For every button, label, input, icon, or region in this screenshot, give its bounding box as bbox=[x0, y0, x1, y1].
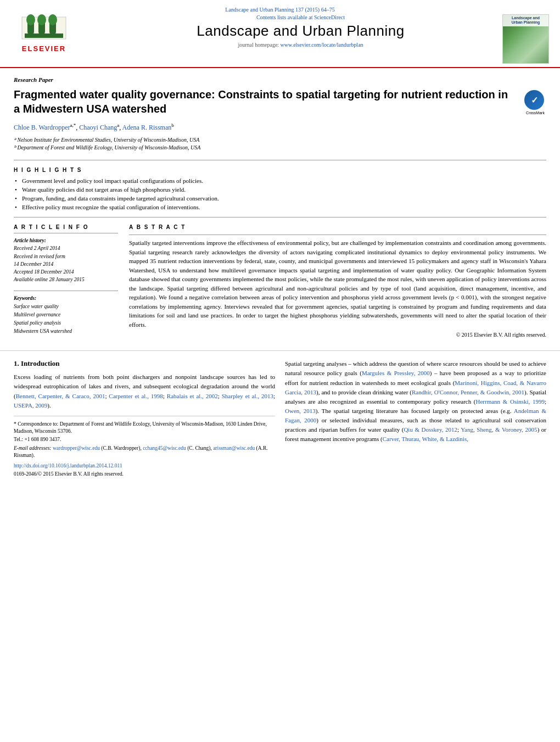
article-title-row: Fragmented water quality governance: Con… bbox=[14, 87, 546, 116]
intro-left-para1: Excess loading of nutrients from both po… bbox=[14, 372, 275, 410]
ref-yang[interactable]: Yang, Sheng, & Voroney, 2005 bbox=[461, 426, 537, 433]
accepted-date: Accepted 18 December 2014 bbox=[14, 268, 118, 276]
elsevier-wordmark: ELSEVIER bbox=[22, 44, 66, 53]
keyword-2: Multilevel governance bbox=[14, 311, 118, 319]
divider-2 bbox=[14, 217, 546, 217]
keyword-1: Surface water quality bbox=[14, 303, 118, 311]
ref-rabalais[interactable]: Rabalais et al., 2002 bbox=[167, 393, 218, 399]
sciencedirect-notice: Contents lists available at ScienceDirec… bbox=[110, 14, 491, 20]
journal-top-bar: ELSEVIER Contents lists available at Sci… bbox=[0, 14, 560, 67]
article-type-label: Research Paper bbox=[14, 76, 546, 83]
ref-andelman[interactable]: Andelman & Fagan, 2000 bbox=[285, 408, 546, 423]
journal-citation: Landscape and Urban Planning 137 (2015) … bbox=[225, 7, 334, 13]
authors-line: Chloe B. Wardroppera,*, Chaoyi Changa, A… bbox=[14, 122, 546, 132]
email-footnote: E-mail addresses: wardropper@wisc.edu (C… bbox=[14, 445, 275, 460]
elsevier-logo: ELSEVIER bbox=[11, 14, 77, 53]
keyword-3: Spatial policy analysis bbox=[14, 319, 118, 327]
svg-point-6 bbox=[37, 14, 46, 25]
doi-link[interactable]: http://dx.doi.org/10.1016/j.landurbplan.… bbox=[14, 463, 122, 468]
ref-qiu[interactable]: Qiu & Dosskey, 2012 bbox=[404, 426, 457, 433]
ref-sharpley[interactable]: Sharpley et al., 2013 bbox=[222, 393, 273, 399]
article-info-column: A R T I C L E I N F O Article history: R… bbox=[14, 224, 118, 342]
author-3-link[interactable]: Adena R. Rissman bbox=[122, 124, 172, 131]
ref-usepa[interactable]: USEPA, 2009 bbox=[14, 402, 47, 409]
keywords-list: Keywords: Surface water quality Multilev… bbox=[14, 294, 118, 336]
available-date: Available online 28 January 2015 bbox=[14, 276, 118, 283]
sciencedirect-link[interactable]: ScienceDirect bbox=[314, 14, 345, 20]
footnote-area: * Correspondence to: Department of Fores… bbox=[14, 416, 275, 478]
article-info-abstract-area: A R T I C L E I N F O Article history: R… bbox=[14, 224, 546, 342]
history-label: Article history: bbox=[14, 237, 118, 244]
intro-right-para1: Spatial targeting analyses – which addre… bbox=[285, 359, 546, 443]
article-history: Article history: Received 2 April 2014 R… bbox=[14, 237, 118, 284]
highlights-label: H I G H L I G H T S bbox=[14, 167, 546, 173]
ref-herrmann[interactable]: Herrmann & Osinski, 1999 bbox=[476, 398, 545, 405]
svg-point-5 bbox=[26, 14, 35, 25]
email-2[interactable]: cchang45@wisc.edu bbox=[143, 445, 186, 451]
keywords-label: Keywords: bbox=[14, 294, 118, 303]
journal-name-center: Contents lists available at ScienceDirec… bbox=[99, 14, 502, 48]
received-revised-date: 14 December 2014 bbox=[14, 260, 118, 268]
highlight-1: Government level and policy tool impact … bbox=[14, 177, 546, 184]
copyright-line: © 2015 Elsevier B.V. All rights reserved… bbox=[129, 332, 546, 338]
right-body-column: Spatial targeting analyses – which addre… bbox=[285, 359, 546, 478]
article-title: Fragmented water quality governance: Con… bbox=[14, 87, 516, 116]
ref-carver[interactable]: Carver, Thurau, White, & Lazdinis, bbox=[383, 436, 468, 442]
page: Landscape and Urban Planning 137 (2015) … bbox=[0, 0, 560, 742]
cover-journal-title: Landscape and Urban Planning bbox=[503, 15, 548, 26]
keywords-section: Keywords: Surface water quality Multilev… bbox=[14, 291, 118, 336]
affiliations: ᵃ Nelson Institute for Environmental Stu… bbox=[14, 136, 546, 152]
correspondence-footnote: * Correspondence to: Department of Fores… bbox=[14, 421, 275, 436]
journal-homepage: journal homepage: www.elsevier.com/locat… bbox=[110, 42, 491, 48]
article-info-label: A R T I C L E I N F O bbox=[14, 224, 118, 230]
crossmark-badge[interactable]: ✓ CrossMark bbox=[524, 90, 546, 112]
email-3[interactable]: arissman@wisc.edu bbox=[213, 445, 255, 451]
ref-margules[interactable]: Margules & Pressley, 2000 bbox=[362, 370, 430, 376]
article-info-section: A R T I C L E I N F O Article history: R… bbox=[14, 224, 118, 284]
author-1-link[interactable]: Chloe B. Wardropper bbox=[14, 124, 70, 131]
tel-footnote: Tel.: +1 608 890 3437. bbox=[14, 436, 275, 443]
author-2-link[interactable]: Chaoyi Chang bbox=[79, 124, 117, 131]
received-date: Received 2 April 2014 bbox=[14, 244, 118, 252]
homepage-link[interactable]: www.elsevier.com/locate/landurbplan bbox=[281, 42, 363, 48]
ref-carpenter[interactable]: Carpenter et al., 1998 bbox=[109, 393, 163, 399]
elsevier-tree-svg bbox=[19, 14, 69, 44]
abstract-column: A B S T R A C T Spatially targeted inter… bbox=[129, 224, 546, 342]
ref-owen[interactable]: Owen, 2013 bbox=[285, 408, 316, 414]
keyword-4: Midwestern USA watershed bbox=[14, 327, 118, 336]
intro-heading: 1. Introduction bbox=[14, 359, 275, 368]
abstract-label: A B S T R A C T bbox=[129, 224, 546, 230]
issn-line: 0169-2046/© 2015 Elsevier B.V. All right… bbox=[14, 471, 275, 478]
elsevier-logo-area: ELSEVIER bbox=[11, 14, 99, 53]
ref-randhir[interactable]: Randhir, O'Connor, Penner, & Goodwin, 20… bbox=[412, 389, 524, 395]
journal-title: Landscape and Urban Planning bbox=[110, 23, 491, 40]
divider-1 bbox=[14, 160, 546, 160]
highlight-4: Effective policy must recognize the spat… bbox=[14, 204, 546, 210]
highlight-2: Water quality policies did not target ar… bbox=[14, 186, 546, 193]
received-revised-label: Received in revised form bbox=[14, 253, 118, 260]
svg-point-7 bbox=[48, 14, 57, 25]
highlights-list: Government level and policy tool impact … bbox=[14, 177, 546, 210]
journal-cover-image: Landscape and Urban Planning bbox=[502, 14, 549, 64]
affiliation-b: ᵇ Department of Forest and Wildlife Ecol… bbox=[14, 144, 546, 152]
left-body-column: 1. Introduction Excess loading of nutrie… bbox=[14, 359, 275, 478]
crossmark-icon: ✓ bbox=[524, 90, 544, 110]
ref-bennett[interactable]: Bennett, Carpenter, & Caraco, 2001 bbox=[16, 393, 105, 399]
main-body-columns: 1. Introduction Excess loading of nutrie… bbox=[0, 350, 560, 486]
affiliation-a: ᵃ Nelson Institute for Environmental Stu… bbox=[14, 136, 546, 144]
doi-line: http://dx.doi.org/10.1016/j.landurbplan.… bbox=[14, 462, 275, 470]
abstract-text: Spatially targeted interventions improve… bbox=[129, 238, 546, 329]
email-1[interactable]: wardropper@wisc.edu bbox=[53, 445, 100, 451]
journal-header: Landscape and Urban Planning 137 (2015) … bbox=[0, 0, 560, 68]
highlight-3: Program, funding, and data constraints i… bbox=[14, 195, 546, 202]
article-content: Research Paper Fragmented water quality … bbox=[0, 68, 560, 350]
